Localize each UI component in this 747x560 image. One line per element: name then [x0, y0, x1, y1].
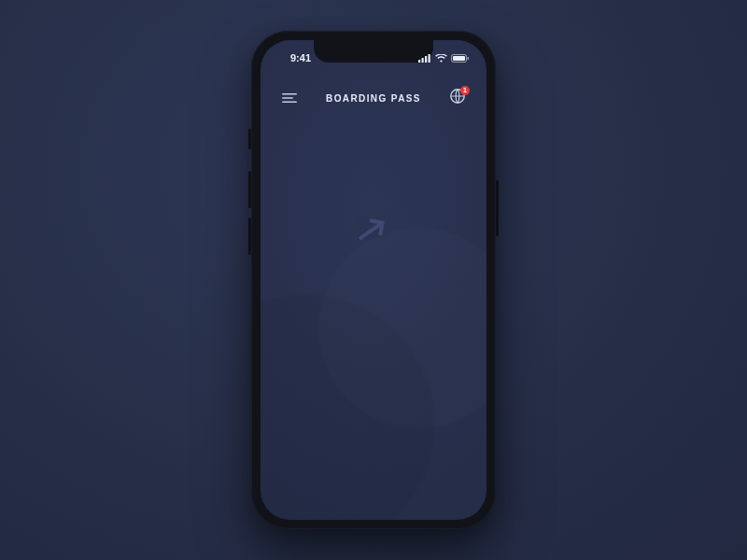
status-bar: 9:41	[261, 40, 486, 70]
notification-badge: 1	[460, 86, 470, 95]
svg-rect-6	[468, 57, 470, 60]
menu-icon	[282, 90, 297, 106]
power-button	[496, 180, 499, 236]
status-indicators	[417, 49, 470, 63]
svg-rect-2	[425, 56, 427, 63]
volume-up-button	[248, 171, 251, 208]
page-title: BOARDING PASS	[300, 93, 447, 104]
status-time: 9:41	[277, 47, 324, 63]
phone-screen: 9:41	[261, 40, 486, 520]
battery-icon	[451, 54, 470, 63]
svg-rect-0	[418, 60, 420, 63]
phone-frame: 9:41	[251, 31, 496, 529]
app-header: BOARDING PASS 1	[261, 81, 486, 115]
menu-button[interactable]	[279, 88, 300, 108]
svg-rect-9	[282, 101, 297, 103]
svg-rect-7	[282, 93, 297, 95]
svg-rect-8	[282, 97, 293, 99]
loading-arrow-icon	[353, 210, 394, 255]
signal-icon	[418, 54, 431, 63]
svg-rect-3	[429, 54, 430, 63]
notifications-button[interactable]: 1	[447, 88, 468, 108]
svg-rect-5	[453, 56, 465, 61]
volume-down-button	[248, 217, 251, 255]
wifi-icon	[435, 54, 447, 63]
mockup-stage: 9:41	[0, 0, 747, 560]
side-button	[248, 129, 251, 149]
svg-rect-1	[422, 58, 424, 63]
